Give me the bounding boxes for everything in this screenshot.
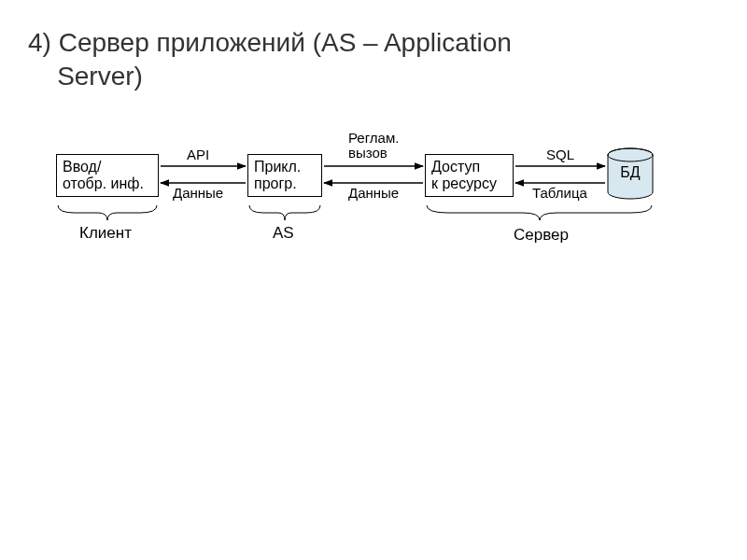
box3-line1: Доступ	[431, 159, 480, 175]
slide: 4) Сервер приложений (AS – Application S…	[0, 0, 747, 560]
box2-line2: прогр.	[254, 175, 297, 191]
box-application-program: Прикл. прогр.	[247, 154, 322, 197]
db-label: БД	[607, 164, 654, 181]
box2-line1: Прикл.	[254, 159, 301, 175]
box1-line2: отобр. инф.	[63, 175, 144, 191]
label-sql: SQL	[546, 147, 574, 162]
label-api: API	[187, 147, 209, 162]
label-reglam-l2: вызов	[348, 145, 388, 161]
box3-line2: к ресурсу	[431, 175, 497, 191]
box-input-display: Ввод/ отобр. инф.	[56, 154, 159, 197]
label-table: Таблица	[532, 185, 587, 201]
label-reglam-l1: Реглам.	[348, 130, 399, 146]
page-title: 4) Сервер приложений (AS – Application S…	[28, 26, 512, 94]
brace-label-server: Сервер	[514, 226, 569, 245]
label-reglam-call: Реглам. вызов	[348, 131, 399, 161]
box-resource-access: Доступ к ресурсу	[425, 154, 514, 197]
title-line1: 4) Сервер приложений (AS – Application	[28, 28, 512, 57]
label-data-1: Данные	[173, 185, 223, 201]
box1-line1: Ввод/	[63, 159, 101, 175]
diagram: Ввод/ отобр. инф. Прикл. прогр. Доступ к…	[56, 131, 691, 271]
database-cylinder: БД	[607, 147, 654, 200]
brace-label-as: AS	[273, 224, 294, 243]
label-data-2: Данные	[348, 185, 399, 201]
brace-label-client: Клиент	[79, 224, 132, 243]
title-line2: Server)	[57, 62, 143, 91]
